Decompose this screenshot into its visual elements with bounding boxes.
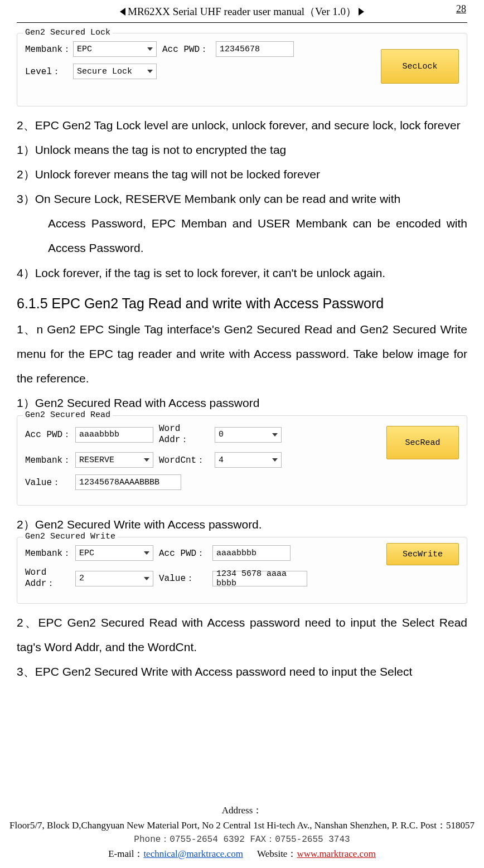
seclock-button-label: SecLock — [402, 62, 437, 71]
accpwd-label: Acc PWD： — [25, 429, 75, 440]
accpwd-label: Acc PWD： — [162, 43, 216, 55]
panel-legend: Gen2 Secured Lock — [23, 28, 113, 37]
accpwd-value: 12345678 — [220, 45, 260, 54]
membank-select[interactable]: EPC — [73, 41, 157, 57]
section-heading: 6.1.5 EPC Gen2 Tag Read and write with A… — [17, 295, 467, 312]
wordcnt-label: WordCnt： — [159, 454, 215, 466]
accpwd-value: aaaabbbb — [216, 549, 256, 558]
page-footer: Address： Floor5/7, Block D,Changyuan New… — [0, 803, 484, 861]
membank-value: EPC — [77, 45, 92, 54]
wordaddr-value: 2 — [79, 574, 84, 583]
footer-contacts: E-mail：technical@marktrace.com Website：w… — [0, 847, 484, 861]
list-item-continuation: Access Password, EPC Memban and USER Mem… — [17, 211, 467, 260]
wordaddr-label: Word Addr： — [25, 568, 75, 589]
wordcnt-select[interactable]: 4 — [215, 452, 282, 468]
list-item: 2）Unlock forever means the tag will not … — [17, 162, 467, 187]
accpwd-label: Acc PWD： — [159, 547, 212, 559]
membank-label: Membank： — [25, 43, 73, 55]
panel-legend: Gen2 Secured Write — [23, 532, 118, 541]
membank-select[interactable]: EPC — [75, 545, 153, 561]
footer-address-label: Address： — [0, 803, 484, 818]
value-input[interactable]: 1234 5678 aaaa bbbb — [212, 571, 307, 586]
membank-value: RESERVE — [79, 455, 114, 465]
membank-value: EPC — [79, 549, 94, 558]
page-header: MR62XX Serial UHF reader user manual（Ver… — [17, 0, 467, 19]
membank-label: Membank： — [25, 547, 75, 559]
footer-website-link[interactable]: www.marktrace.com — [297, 848, 375, 859]
wordaddr-select[interactable]: 0 — [215, 427, 282, 443]
accpwd-input[interactable]: aaaabbbb — [212, 545, 291, 561]
paragraph: 1、n Gen2 EPC Single Tag interface's Gen2… — [17, 317, 467, 391]
list-item: 3）On Secure Lock, RESERVE Membank only c… — [17, 187, 467, 211]
accpwd-input[interactable]: aaaabbbb — [75, 427, 153, 443]
triangle-right-icon — [359, 8, 364, 16]
paragraph: 3、EPC Gen2 Secured Write with Access pas… — [17, 660, 467, 684]
footer-address: Floor5/7, Block D,Changyuan New Material… — [0, 818, 484, 833]
secread-button[interactable]: SecRead — [386, 426, 459, 459]
gen2-secured-lock-panel: Gen2 Secured Lock Membank： EPC Acc PWD： … — [17, 33, 467, 106]
value-input[interactable]: 12345678AAAABBBB — [75, 474, 181, 490]
gen2-secured-write-panel: Gen2 Secured Write Membank： EPC Acc PWD：… — [17, 537, 467, 604]
accpwd-value: aaaabbbb — [79, 430, 119, 439]
list-item: 4）Lock forever, if the tag is set to loc… — [17, 261, 467, 285]
seclock-button[interactable]: SecLock — [381, 49, 459, 84]
value-value: 12345678AAAABBBB — [79, 478, 159, 487]
panel-legend: Gen2 Secured Read — [23, 410, 113, 420]
footer-email-link[interactable]: technical@marktrace.com — [143, 848, 243, 859]
value-label: Value： — [159, 573, 212, 584]
accpwd-input[interactable]: 12345678 — [216, 41, 294, 57]
footer-website-label: Website： — [257, 848, 297, 859]
level-select[interactable]: Secure Lock — [73, 64, 157, 79]
footer-phone-fax: Phone：0755-2654 6392 FAX：0755-2655 3743 — [0, 833, 484, 847]
header-rule — [17, 22, 467, 23]
value-value: 1234 5678 aaaa bbbb — [216, 569, 303, 588]
paragraph: 2、EPC Gen2 Secured Read with Access pass… — [17, 610, 467, 660]
membank-label: Membank： — [25, 454, 75, 466]
wordcnt-value: 4 — [219, 455, 224, 465]
page-number: 28 — [456, 3, 466, 15]
paragraph: 2、EPC Gen2 Tag Lock level are unlock, un… — [17, 113, 467, 138]
level-label: Level： — [25, 66, 73, 77]
header-title: MR62XX Serial UHF reader user manual（Ver… — [128, 4, 356, 19]
membank-select[interactable]: RESERVE — [75, 452, 153, 468]
secread-button-label: SecRead — [405, 438, 440, 448]
gen2-secured-read-panel: Gen2 Secured Read Acc PWD： aaaabbbb Word… — [17, 415, 467, 506]
list-item: 1）Unlock means the tag is not to encrypt… — [17, 138, 467, 162]
secwrite-button[interactable]: SecWrite — [386, 543, 459, 565]
value-label: Value： — [25, 477, 75, 488]
wordaddr-label: Word Addr： — [159, 424, 215, 445]
triangle-left-icon — [120, 8, 125, 16]
wordaddr-select[interactable]: 2 — [75, 571, 153, 586]
secwrite-button-label: SecWrite — [403, 550, 443, 559]
wordaddr-value: 0 — [219, 430, 224, 439]
footer-email-label: E-mail： — [108, 848, 143, 859]
level-value: Secure Lock — [77, 67, 132, 76]
